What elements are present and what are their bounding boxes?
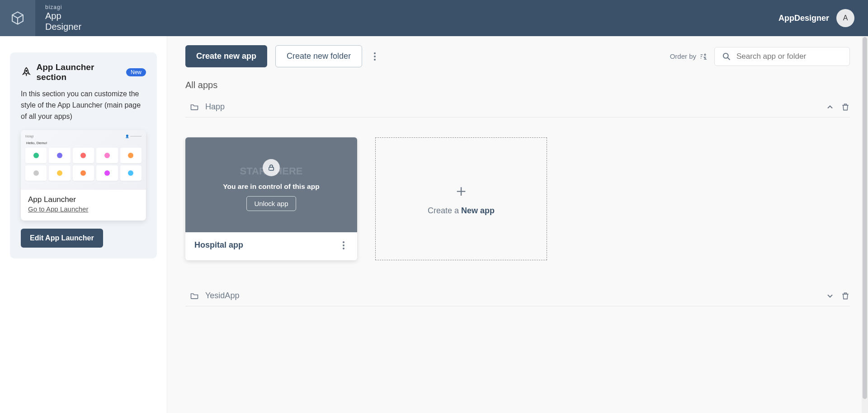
avatar[interactable]: A bbox=[836, 9, 854, 27]
all-apps-title: All apps bbox=[185, 80, 850, 90]
search-icon bbox=[722, 52, 731, 61]
control-text: You are in control of this app bbox=[223, 183, 319, 191]
svg-point-2 bbox=[26, 70, 27, 72]
scrollbar-thumb[interactable] bbox=[863, 37, 867, 399]
app-card-hospital[interactable]: START HERE You are in control of this ap… bbox=[185, 137, 357, 260]
preview-title: App Launcher bbox=[28, 195, 139, 204]
folder-name: Happ bbox=[205, 102, 225, 112]
logo-box bbox=[0, 0, 35, 36]
brand-line2: Designer bbox=[45, 21, 81, 32]
search-box[interactable] bbox=[714, 47, 850, 66]
preview-mark: bizagi bbox=[25, 135, 33, 138]
brand-block: bizagi App Designer bbox=[45, 4, 81, 32]
folder-icon bbox=[190, 291, 199, 300]
new-app-prefix: Create a bbox=[428, 206, 461, 215]
folder-name: YesidApp bbox=[205, 291, 239, 300]
svg-point-3 bbox=[723, 53, 728, 58]
unlock-button[interactable]: Unlock app bbox=[246, 196, 296, 211]
app-card-more-icon[interactable] bbox=[339, 241, 348, 250]
preview-hello: Hello, Demo! bbox=[26, 141, 142, 145]
brand-line1: App bbox=[45, 10, 81, 21]
user-label: AppDesigner bbox=[778, 14, 829, 23]
launcher-preview-image: bizagi 👤 ───── Hello, Demo! bbox=[21, 130, 146, 190]
brand-mark: bizagi bbox=[45, 4, 81, 10]
edit-launcher-button[interactable]: Edit App Launcher bbox=[21, 229, 103, 248]
trash-icon[interactable] bbox=[841, 103, 850, 112]
sidebar: App Launcher section New In this section… bbox=[0, 36, 167, 413]
new-app-bold: New app bbox=[461, 206, 495, 215]
order-by-toggle[interactable]: Order by bbox=[670, 52, 707, 61]
folder-row-happ[interactable]: Happ bbox=[185, 99, 850, 117]
launcher-preview-card: bizagi 👤 ───── Hello, Demo! bbox=[21, 130, 146, 221]
trash-icon[interactable] bbox=[841, 291, 850, 300]
new-app-tile[interactable]: ＋ Create a New app bbox=[375, 137, 547, 260]
hex-logo-icon bbox=[10, 10, 25, 26]
go-to-launcher-link[interactable]: Go to App Launcher bbox=[28, 205, 88, 213]
plus-icon: ＋ bbox=[453, 183, 469, 199]
folder-icon bbox=[190, 103, 199, 112]
new-badge: New bbox=[126, 68, 146, 76]
order-by-label: Order by bbox=[670, 52, 696, 60]
apps-grid: START HERE You are in control of this ap… bbox=[185, 117, 850, 287]
main-area: Create new app Create new folder Order b… bbox=[167, 36, 868, 413]
sort-az-icon bbox=[699, 52, 707, 61]
chevron-up-icon[interactable] bbox=[826, 103, 835, 112]
rocket-icon bbox=[21, 66, 32, 78]
svg-line-4 bbox=[728, 57, 730, 60]
launcher-description: In this section you can customize the st… bbox=[21, 89, 146, 122]
launcher-section-title: App Launcher section bbox=[37, 62, 122, 82]
scrollbar[interactable] bbox=[862, 36, 868, 413]
top-actions: Create new app Create new folder Order b… bbox=[185, 45, 850, 67]
create-folder-button[interactable]: Create new folder bbox=[275, 45, 362, 67]
more-options-icon[interactable] bbox=[370, 52, 379, 61]
chevron-down-icon[interactable] bbox=[826, 291, 835, 300]
folder-row-yesid[interactable]: YesidApp bbox=[185, 287, 850, 306]
ghost-label: START HERE bbox=[240, 165, 303, 177]
create-app-button[interactable]: Create new app bbox=[185, 45, 267, 67]
app-name: Hospital app bbox=[194, 240, 243, 250]
search-input[interactable] bbox=[736, 52, 842, 61]
launcher-card: App Launcher section New In this section… bbox=[10, 52, 157, 258]
app-header: bizagi App Designer AppDesigner A bbox=[0, 0, 868, 36]
